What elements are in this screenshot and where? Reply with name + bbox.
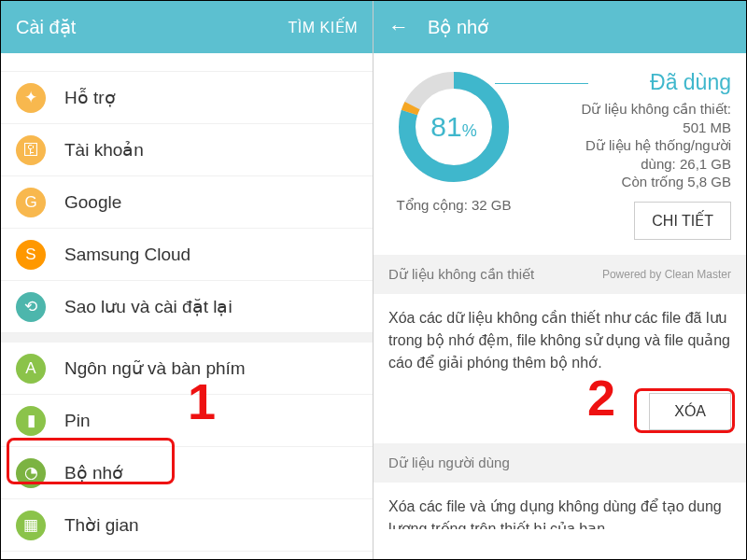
language-icon: A <box>16 354 46 384</box>
search-button[interactable]: TÌM KIẾM <box>289 19 358 36</box>
item-label: Pin <box>64 411 90 431</box>
junk-action-row: XÓA <box>374 387 746 443</box>
callout-line <box>495 83 588 84</box>
storage-donut-chart: 81% <box>393 66 514 188</box>
list-item-backup[interactable]: ⟲ Sao lưu và cài đặt lại <box>1 281 373 333</box>
settings-pane: Cài đặt TÌM KIẾM ✦ Hỗ trợ ⚿ Tài khoản G … <box>1 1 374 559</box>
junk-label: Dữ liệu không cần thiết: <box>529 101 731 118</box>
list-item-date-time[interactable]: ▦ Thời gian <box>1 499 373 552</box>
item-label: Samsung Cloud <box>64 245 190 265</box>
accessibility-icon: ✦ <box>16 83 46 113</box>
list-item-support[interactable]: ✦ Hỗ trợ <box>1 72 373 124</box>
list-item[interactable] <box>1 53 373 72</box>
storage-pane: ← Bộ nhớ 81% Tổng cộng: 32 GB Đã <box>374 1 746 559</box>
powered-by: Powered by Clean Master <box>602 268 731 281</box>
section-junk-title: Dữ liệu không cần thiết <box>388 266 534 283</box>
section-user-body: Xóa các file và ứng dụng không dùng để t… <box>374 483 746 529</box>
section-divider <box>1 333 373 343</box>
used-pct-suffix: % <box>462 121 477 140</box>
settings-list: ✦ Hỗ trợ ⚿ Tài khoản G Google S Samsung … <box>1 53 373 552</box>
used-pct-value: 81 <box>430 111 461 142</box>
settings-title: Cài đặt <box>16 16 76 38</box>
item-label: Hỗ trợ <box>64 87 116 108</box>
item-label: Google <box>64 192 121 213</box>
battery-icon: ▮ <box>16 406 46 436</box>
section-user-header: Dữ liệu người dùng <box>374 443 746 483</box>
item-label: Sao lưu và cài đặt lại <box>64 296 233 317</box>
list-item-battery[interactable]: ▮ Pin <box>1 395 373 447</box>
list-item-samsung-cloud[interactable]: S Samsung Cloud <box>1 229 373 281</box>
key-icon: ⚿ <box>16 135 46 165</box>
cloud-icon: S <box>16 240 46 270</box>
item-label: Tài khoản <box>64 139 144 161</box>
list-item-language[interactable]: A Ngôn ngữ và bàn phím <box>1 343 373 395</box>
google-icon: G <box>16 188 46 217</box>
list-item-storage[interactable]: ◔ Bộ nhớ <box>1 447 373 499</box>
storage-summary: 81% Tổng cộng: 32 GB Đã dùng Dữ liệu khô… <box>374 53 746 255</box>
back-icon[interactable]: ← <box>388 15 409 39</box>
date-icon: ▦ <box>16 511 46 540</box>
item-label: Thời gian <box>64 514 139 536</box>
sys-label: Dữ liệu hệ thống/người <box>529 137 731 154</box>
list-item-google[interactable]: G Google <box>1 176 373 229</box>
sys-value: dùng: 26,1 GB <box>529 156 731 172</box>
item-label: Bộ nhớ <box>64 462 123 483</box>
list-item-accounts[interactable]: ⚿ Tài khoản <box>1 124 373 176</box>
available-value: Còn trống 5,8 GB <box>529 174 731 190</box>
settings-header: Cài đặt TÌM KIẾM <box>1 1 373 53</box>
storage-icon: ◔ <box>16 458 46 488</box>
item-label: Ngôn ngữ và bàn phím <box>64 357 246 379</box>
junk-value: 501 MB <box>529 119 731 135</box>
section-junk-header: Dữ liệu không cần thiết Powered by Clean… <box>374 255 746 294</box>
total-capacity: Tổng cộng: 32 GB <box>396 197 511 214</box>
section-user-title: Dữ liệu người dùng <box>388 455 510 471</box>
section-junk-body: Xóa các dữ liệu không cần thiết như các … <box>374 294 746 387</box>
details-button[interactable]: CHI TIẾT <box>634 202 731 240</box>
delete-button[interactable]: XÓA <box>649 393 731 430</box>
storage-title: Bộ nhớ <box>428 16 488 38</box>
backup-icon: ⟲ <box>16 292 46 322</box>
storage-header: ← Bộ nhớ <box>374 1 746 53</box>
